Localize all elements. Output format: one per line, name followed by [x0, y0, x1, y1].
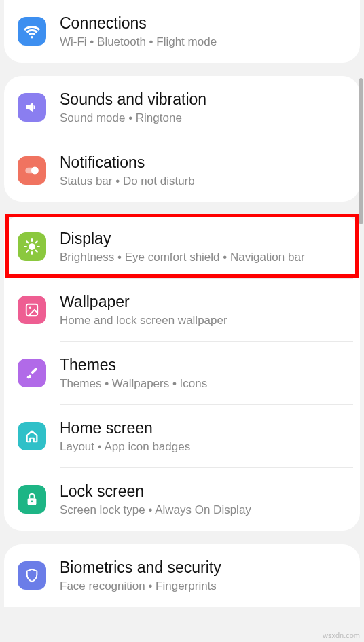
settings-item-text: ThemesThemes • Wallpapers • Icons: [60, 356, 346, 391]
settings-item-text: WallpaperHome and lock screen wallpaper: [60, 293, 346, 327]
settings-item-notifications[interactable]: NotificationsStatus bar • Do not disturb: [4, 139, 360, 202]
svg-rect-11: [26, 304, 38, 316]
scroll-indicator: [359, 78, 363, 224]
settings-item-display[interactable]: DisplayBrightness • Eye comfort shield •…: [4, 215, 360, 278]
settings-item-text: NotificationsStatus bar • Do not disturb: [60, 154, 346, 188]
lock-icon: [18, 485, 46, 514]
wifi-icon: [18, 17, 46, 46]
toggle-icon: [18, 156, 46, 185]
settings-item-themes[interactable]: ThemesThemes • Wallpapers • Icons: [4, 342, 360, 404]
settings-item-subtitle: Face recognition • Fingerprints: [60, 579, 346, 593]
settings-item-home-screen[interactable]: Home screenLayout • App icon badges: [4, 405, 360, 467]
settings-item-subtitle: Sound mode • Ringtone: [60, 111, 346, 125]
settings-item-lock-screen[interactable]: Lock screenScreen lock type • Always On …: [4, 468, 360, 531]
settings-item-text: Home screenLayout • App icon badges: [60, 419, 346, 454]
settings-item-connections[interactable]: ConnectionsWi-Fi • Bluetooth • Flight mo…: [4, 0, 360, 63]
svg-point-12: [29, 307, 31, 309]
settings-item-title: Display: [60, 230, 346, 248]
settings-group: Biometrics and securityFace recognition …: [4, 544, 360, 607]
settings-item-wallpaper[interactable]: WallpaperHome and lock screen wallpaper: [4, 279, 360, 341]
brush-icon: [18, 359, 46, 387]
speaker-icon: [18, 93, 46, 122]
settings-group: Sounds and vibrationSound mode • Rington…: [4, 76, 360, 202]
home-icon: [18, 422, 46, 450]
image-icon: [18, 296, 46, 324]
settings-item-text: Biometrics and securityFace recognition …: [60, 558, 346, 593]
svg-point-2: [29, 243, 35, 250]
settings-group: ConnectionsWi-Fi • Bluetooth • Flight mo…: [4, 0, 360, 63]
settings-item-title: Lock screen: [60, 482, 346, 501]
settings-item-subtitle: Layout • App icon badges: [60, 440, 346, 454]
settings-item-subtitle: Brightness • Eye comfort shield • Naviga…: [60, 251, 346, 264]
svg-line-9: [26, 251, 28, 252]
settings-item-title: Notifications: [60, 154, 346, 172]
settings-item-text: DisplayBrightness • Eye comfort shield •…: [60, 230, 346, 264]
svg-point-1: [31, 167, 39, 175]
settings-item-title: Wallpaper: [60, 293, 346, 311]
svg-point-14: [31, 500, 33, 502]
settings-item-subtitle: Status bar • Do not disturb: [60, 175, 346, 188]
settings-item-sounds[interactable]: Sounds and vibrationSound mode • Rington…: [4, 76, 360, 139]
settings-item-subtitle: Home and lock screen wallpaper: [60, 314, 346, 327]
settings-group: DisplayBrightness • Eye comfort shield •…: [4, 215, 360, 531]
settings-item-subtitle: Screen lock type • Always On Display: [60, 503, 346, 517]
svg-line-7: [26, 241, 28, 243]
svg-line-10: [36, 241, 37, 243]
settings-item-title: Connections: [60, 14, 346, 33]
settings-item-biometrics[interactable]: Biometrics and securityFace recognition …: [4, 544, 360, 607]
settings-item-title: Sounds and vibration: [60, 90, 346, 109]
shield-icon: [18, 561, 46, 590]
settings-item-title: Biometrics and security: [60, 558, 346, 577]
settings-item-title: Themes: [60, 356, 346, 374]
settings-item-text: ConnectionsWi-Fi • Bluetooth • Flight mo…: [60, 14, 346, 49]
sun-icon: [18, 232, 46, 261]
settings-item-text: Sounds and vibrationSound mode • Rington…: [60, 90, 346, 125]
settings-item-title: Home screen: [60, 419, 346, 438]
settings-item-subtitle: Wi-Fi • Bluetooth • Flight mode: [60, 35, 346, 49]
watermark: wsxdn.com: [323, 631, 360, 639]
svg-line-8: [36, 251, 37, 252]
settings-item-subtitle: Themes • Wallpapers • Icons: [60, 377, 346, 391]
settings-item-text: Lock screenScreen lock type • Always On …: [60, 482, 346, 517]
